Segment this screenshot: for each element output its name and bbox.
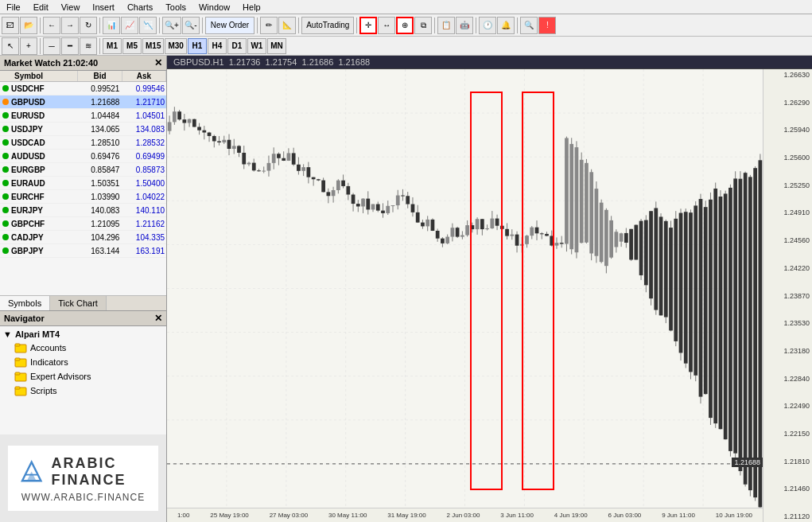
plus-btn[interactable]: + bbox=[20, 37, 37, 55]
symbol-name: EURUSD bbox=[11, 111, 76, 120]
zoom-in-btn[interactable]: 🔍+ bbox=[162, 17, 181, 34]
price-tick: 1.26630 bbox=[763, 71, 812, 79]
nav-item-expert-advisors[interactable]: Expert Advisors bbox=[2, 369, 165, 384]
time-tick: 30 May 11:00 bbox=[328, 512, 367, 519]
symbol-name: CADJPY bbox=[11, 233, 76, 242]
market-watch-row[interactable]: USDJPY 134.065 134.083 bbox=[0, 123, 166, 136]
chart-btn1[interactable]: 📊 bbox=[103, 17, 120, 34]
line-btn[interactable]: ↔ bbox=[378, 17, 395, 34]
ask-price: 1.04022 bbox=[121, 193, 166, 201]
chart-btn2[interactable]: 📈 bbox=[121, 17, 138, 34]
tf-d1[interactable]: D1 bbox=[227, 38, 247, 54]
period-sep-btn[interactable]: ⧉ bbox=[414, 17, 432, 34]
tf-w1[interactable]: W1 bbox=[247, 38, 266, 54]
back-btn[interactable]: ← bbox=[43, 17, 60, 34]
menu-edit[interactable]: Edit bbox=[27, 2, 55, 12]
nav-item-indicators[interactable]: Indicators bbox=[2, 355, 165, 369]
price-tick: 1.25940 bbox=[763, 126, 812, 134]
crosshair-btn[interactable]: ✛ bbox=[359, 17, 377, 34]
sep8 bbox=[434, 18, 435, 33]
svg-marker-9 bbox=[27, 472, 37, 481]
market-watch-row[interactable]: GBPJPY 163.144 163.191 bbox=[0, 244, 166, 258]
hline-btn[interactable]: ━ bbox=[61, 37, 79, 55]
menu-insert[interactable]: Insert bbox=[86, 2, 121, 12]
tf-h1[interactable]: H1 bbox=[188, 38, 207, 54]
time-tick: 6 Jun 03:00 bbox=[608, 512, 641, 519]
tools-btn1[interactable]: ✏ bbox=[260, 17, 278, 34]
indicators-btn[interactable]: 📋 bbox=[437, 17, 455, 34]
symbol-name: USDCAD bbox=[11, 138, 76, 147]
market-watch-row[interactable]: CADJPY 104.296 104.335 bbox=[0, 231, 166, 244]
navigator-close[interactable]: ✕ bbox=[154, 313, 162, 324]
market-watch-row[interactable]: USDCHF 0.99521 0.99546 bbox=[0, 82, 166, 95]
symbol-name: EURCHF bbox=[11, 193, 76, 201]
sep3 bbox=[159, 18, 160, 33]
symbol-name: EURGBP bbox=[11, 166, 76, 174]
nav-indicators-label: Indicators bbox=[30, 357, 68, 367]
tf-h4[interactable]: H4 bbox=[208, 38, 227, 54]
tf-m30[interactable]: M30 bbox=[165, 38, 186, 54]
chart-btn3[interactable]: 📉 bbox=[139, 17, 157, 34]
sep9 bbox=[476, 18, 476, 33]
market-watch: Market Watch 21:02:40 ✕ Symbol Bid Ask U… bbox=[0, 56, 166, 311]
market-watch-row[interactable]: AUDUSD 0.69476 0.69499 bbox=[0, 150, 166, 163]
time-tick: 1:00 bbox=[177, 512, 190, 519]
zoom-out-btn[interactable]: 🔍- bbox=[182, 17, 200, 34]
alerts-btn[interactable]: 🔔 bbox=[497, 17, 515, 34]
menu-charts[interactable]: Charts bbox=[121, 2, 159, 12]
zoom-btn[interactable]: ⊕ bbox=[396, 17, 414, 34]
tools-btn2[interactable]: 📐 bbox=[278, 17, 296, 34]
nav-item-accounts[interactable]: Accounts bbox=[2, 341, 165, 355]
symbol-name: GBPJPY bbox=[11, 247, 76, 255]
tf-m5[interactable]: M5 bbox=[122, 38, 142, 54]
market-watch-row[interactable]: EURGBP 0.85847 0.85873 bbox=[0, 163, 166, 177]
menu-file[interactable]: File bbox=[0, 2, 27, 12]
new-order-btn[interactable]: New Order bbox=[205, 17, 254, 34]
chart-canvas[interactable]: 1.266301.262901.259401.256001.252501.249… bbox=[167, 69, 812, 522]
market-watch-row[interactable]: USDCAD 1.28510 1.28532 bbox=[0, 136, 166, 150]
status-dot bbox=[2, 166, 9, 173]
sep7 bbox=[356, 18, 357, 33]
left-panel: Market Watch 21:02:40 ✕ Symbol Bid Ask U… bbox=[0, 56, 167, 522]
market-watch-row[interactable]: EURJPY 140.083 140.110 bbox=[0, 204, 166, 217]
time-axis: 1:0025 May 19:0027 May 03:0030 May 11:00… bbox=[167, 508, 763, 522]
price-tick: 1.24220 bbox=[763, 264, 812, 272]
market-watch-row[interactable]: GBPCHF 1.21095 1.21162 bbox=[0, 217, 166, 231]
clock-btn[interactable]: 🕐 bbox=[479, 17, 496, 34]
notification-btn[interactable]: ! bbox=[538, 17, 556, 34]
market-watch-close[interactable]: ✕ bbox=[154, 57, 162, 68]
market-watch-row[interactable]: GBPUSD 1.21688 1.21710 bbox=[0, 95, 166, 109]
search-btn[interactable]: 🔍 bbox=[520, 17, 538, 34]
menu-tools[interactable]: Tools bbox=[159, 2, 192, 12]
tab-symbols[interactable]: Symbols bbox=[0, 296, 50, 310]
bid-price: 0.99521 bbox=[76, 84, 122, 93]
market-watch-row[interactable]: EURUSD 1.04484 1.04501 bbox=[0, 109, 166, 123]
draw-line-btn[interactable]: ⸺ bbox=[43, 37, 60, 55]
status-dot bbox=[2, 153, 9, 159]
main-area: Market Watch 21:02:40 ✕ Symbol Bid Ask U… bbox=[0, 56, 812, 522]
time-tick: 9 Jun 11:00 bbox=[662, 512, 695, 519]
nav-item-scripts[interactable]: Scripts bbox=[2, 384, 165, 398]
bid-price: 1.21095 bbox=[76, 220, 122, 228]
tf-m15[interactable]: M15 bbox=[142, 38, 164, 54]
tab-tick-chart[interactable]: Tick Chart bbox=[50, 296, 107, 310]
auto-trading-btn[interactable]: AutoTrading bbox=[301, 17, 354, 34]
menu-view[interactable]: View bbox=[55, 2, 87, 12]
tf-mn[interactable]: MN bbox=[267, 38, 286, 54]
open-btn[interactable]: 📂 bbox=[20, 17, 37, 34]
market-watch-row[interactable]: EURAUD 1.50351 1.50400 bbox=[0, 177, 166, 190]
refresh-btn[interactable]: ↻ bbox=[80, 17, 97, 34]
menu-help[interactable]: Help bbox=[236, 2, 267, 12]
ea-btn[interactable]: 🤖 bbox=[456, 17, 473, 34]
forward-btn[interactable]: → bbox=[61, 17, 79, 34]
ask-price: 1.04501 bbox=[121, 111, 166, 120]
menu-window[interactable]: Window bbox=[192, 2, 236, 12]
bid-price: 0.69476 bbox=[76, 152, 122, 161]
nav-root[interactable]: ▼ Alpari MT4 bbox=[2, 328, 165, 341]
tf-m1[interactable]: M1 bbox=[103, 38, 122, 54]
col-symbol: Symbol bbox=[0, 71, 78, 81]
cursor-btn[interactable]: ↖ bbox=[2, 37, 19, 55]
new-chart-btn[interactable]: 🗠 bbox=[2, 17, 19, 34]
market-watch-row[interactable]: EURCHF 1.03990 1.04022 bbox=[0, 190, 166, 204]
fib-btn[interactable]: ≋ bbox=[80, 37, 97, 55]
